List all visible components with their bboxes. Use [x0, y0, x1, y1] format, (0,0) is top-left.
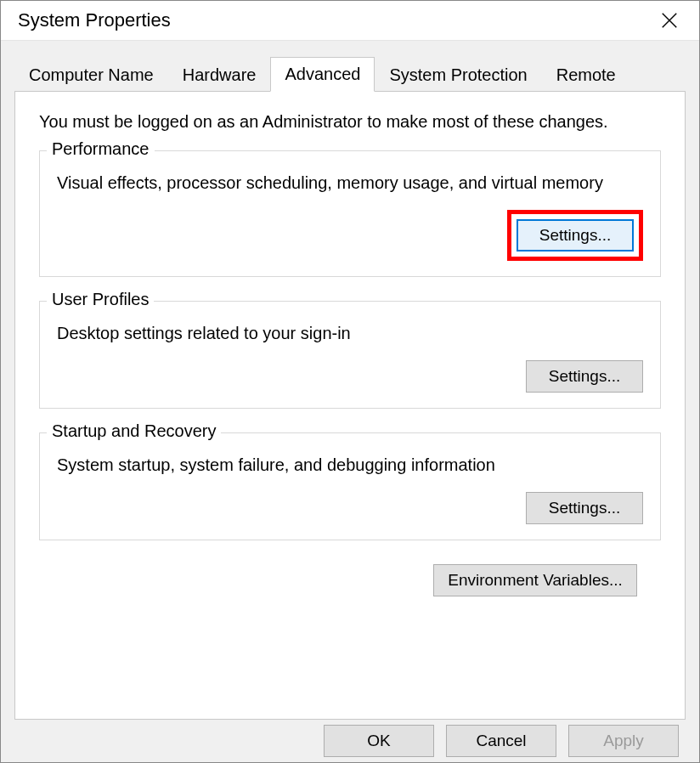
tab-strip: Computer Name Hardware Advanced System P…	[14, 56, 686, 91]
user-profiles-group: User Profiles Desktop settings related t…	[39, 301, 661, 409]
performance-settings-button[interactable]: Settings...	[517, 219, 634, 252]
startup-button-row: Settings...	[57, 492, 643, 524]
tab-panel-advanced: You must be logged on as an Administrato…	[14, 91, 686, 720]
user-profiles-settings-button[interactable]: Settings...	[526, 360, 643, 393]
ok-button[interactable]: OK	[324, 725, 434, 757]
startup-desc: System startup, system failure, and debu…	[57, 454, 643, 477]
tab-advanced[interactable]: Advanced	[270, 57, 375, 92]
close-icon	[660, 11, 679, 30]
cancel-button[interactable]: Cancel	[446, 725, 556, 757]
dialog-footer: OK Cancel Apply	[1, 720, 699, 762]
startup-legend: Startup and Recovery	[47, 421, 221, 441]
performance-desc: Visual effects, processor scheduling, me…	[57, 172, 643, 195]
performance-legend: Performance	[47, 139, 155, 159]
dialog-body: Computer Name Hardware Advanced System P…	[1, 41, 699, 720]
admin-intro-text: You must be logged on as an Administrato…	[39, 112, 661, 132]
env-vars-row: Environment Variables...	[39, 564, 661, 596]
environment-variables-button[interactable]: Environment Variables...	[433, 564, 637, 596]
user-profiles-legend: User Profiles	[47, 290, 154, 309]
window-title: System Properties	[18, 9, 171, 31]
system-properties-window: System Properties Computer Name Hardware…	[0, 0, 700, 763]
user-profiles-button-row: Settings...	[57, 360, 643, 393]
close-button[interactable]	[650, 1, 689, 40]
performance-button-row: Settings...	[57, 210, 643, 261]
startup-recovery-group: Startup and Recovery System startup, sys…	[39, 432, 661, 540]
titlebar: System Properties	[1, 1, 699, 41]
tab-remote[interactable]: Remote	[542, 58, 630, 92]
annotation-highlight: Settings...	[507, 210, 643, 261]
performance-group: Performance Visual effects, processor sc…	[39, 150, 661, 277]
tab-hardware[interactable]: Hardware	[168, 58, 271, 92]
startup-settings-button[interactable]: Settings...	[526, 492, 643, 524]
tab-system-protection[interactable]: System Protection	[375, 58, 541, 92]
user-profiles-desc: Desktop settings related to your sign-in	[57, 322, 643, 345]
apply-button[interactable]: Apply	[568, 725, 679, 757]
tab-computer-name[interactable]: Computer Name	[14, 58, 168, 92]
